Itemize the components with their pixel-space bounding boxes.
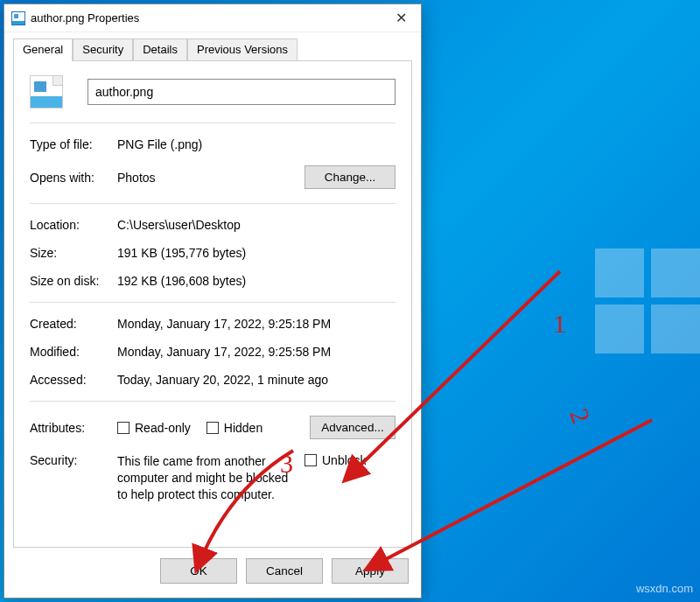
created-value: Monday, January 17, 2022, 9:25:18 PM	[117, 317, 331, 331]
watermark: wsxdn.com	[636, 582, 693, 595]
separator	[30, 203, 396, 204]
separator	[30, 302, 396, 303]
svg-text:2: 2	[564, 405, 596, 427]
close-button[interactable]: ✕	[382, 4, 421, 32]
ok-button[interactable]: OK	[160, 558, 237, 584]
tab-details[interactable]: Details	[133, 38, 187, 61]
advanced-button[interactable]: Advanced...	[310, 416, 396, 439]
dialog-footer: OK Cancel Apply	[4, 558, 421, 598]
unblock-label: Unblock	[322, 453, 367, 467]
change-button[interactable]: Change...	[304, 165, 396, 189]
tab-bar: General Security Details Previous Versio…	[4, 32, 421, 60]
hidden-checkbox[interactable]	[206, 422, 219, 434]
properties-dialog: author.png Properties ✕ General Security…	[4, 4, 422, 598]
tab-previous-versions[interactable]: Previous Versions	[187, 38, 298, 61]
tab-panel-general: Type of file: PNG File (.png) Opens with…	[13, 60, 412, 548]
location-value: C:\Users\user\Desktop	[117, 218, 241, 232]
apply-button[interactable]: Apply	[332, 558, 409, 584]
created-label: Created:	[30, 317, 117, 331]
opens-with-value: Photos	[117, 171, 156, 185]
attributes-label: Attributes:	[30, 421, 117, 435]
unblock-checkbox[interactable]	[304, 454, 317, 466]
file-thumbnail-icon	[30, 75, 63, 108]
svg-text:1: 1	[553, 309, 566, 338]
cancel-button[interactable]: Cancel	[246, 558, 323, 584]
type-value: PNG File (.png)	[117, 137, 202, 151]
type-label: Type of file:	[30, 137, 117, 151]
filename-input[interactable]	[88, 79, 396, 105]
opens-with-label: Opens with:	[30, 171, 117, 185]
accessed-value: Today, January 20, 2022, 1 minute ago	[117, 373, 328, 387]
modified-value: Monday, January 17, 2022, 9:25:58 PM	[117, 345, 331, 359]
security-text: This file came from another computer and…	[117, 453, 292, 503]
tab-security[interactable]: Security	[73, 38, 133, 61]
file-icon	[11, 11, 25, 25]
tab-general[interactable]: General	[13, 38, 73, 61]
readonly-checkbox[interactable]	[117, 422, 130, 434]
titlebar[interactable]: author.png Properties ✕	[4, 4, 421, 32]
window-title: author.png Properties	[31, 11, 382, 24]
modified-label: Modified:	[30, 345, 117, 359]
separator	[30, 401, 396, 402]
size-value: 191 KB (195,776 bytes)	[117, 246, 246, 260]
accessed-label: Accessed:	[30, 373, 117, 387]
size-on-disk-label: Size on disk:	[30, 274, 117, 288]
hidden-label: Hidden	[224, 421, 262, 435]
security-label: Security:	[30, 453, 117, 467]
size-label: Size:	[30, 246, 117, 260]
location-label: Location:	[30, 218, 117, 232]
windows-logo	[595, 248, 700, 354]
size-on-disk-value: 192 KB (196,608 bytes)	[117, 274, 246, 288]
separator	[30, 122, 396, 123]
readonly-label: Read-only	[135, 421, 191, 435]
